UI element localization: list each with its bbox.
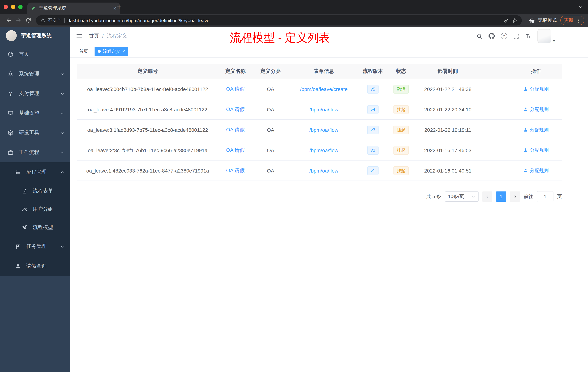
sidebar-item-infrastructure[interactable]: 基础设施 bbox=[0, 103, 70, 123]
sidebar-item-label: 首页 bbox=[19, 51, 29, 57]
definition-name-link[interactable]: OA 请假 bbox=[226, 147, 245, 153]
breadcrumb-separator: / bbox=[102, 33, 104, 39]
fullscreen-icon[interactable] bbox=[513, 33, 519, 39]
close-window-button[interactable] bbox=[4, 5, 8, 9]
briefcase-icon bbox=[7, 150, 14, 155]
cell-category: OA bbox=[253, 147, 288, 153]
yen-icon: ¥ bbox=[7, 91, 14, 96]
sidebar-item-task-management[interactable]: 任务管理 bbox=[0, 237, 70, 256]
col-process-version: 流程版本 bbox=[359, 68, 387, 75]
monitor-icon bbox=[7, 110, 14, 116]
password-key-icon[interactable] bbox=[504, 18, 509, 23]
form-link[interactable]: /bpm/oa/leave/create bbox=[300, 86, 348, 92]
tag-home[interactable]: 首页 bbox=[76, 47, 91, 56]
tags-view: 首页 流程定义 × bbox=[70, 45, 588, 58]
col-deploy-time: 部署时间 bbox=[416, 68, 480, 75]
form-link[interactable]: /bpm/oa/flow bbox=[309, 147, 338, 153]
user-avatar[interactable]: ▾ bbox=[537, 29, 555, 43]
goto-label: 前往 bbox=[524, 193, 533, 200]
annotation-text: 流程模型 - 定义列表 bbox=[230, 30, 330, 45]
browser-toolbar: 不安全 dashboard.yudao.iocoder.cn/bpm/manag… bbox=[0, 14, 588, 27]
sidebar-item-leave-query[interactable]: 请假查询 bbox=[0, 256, 70, 276]
search-icon[interactable] bbox=[476, 33, 483, 39]
update-button[interactable]: 更新 ⋮ bbox=[560, 16, 584, 25]
new-tab-button[interactable]: + bbox=[117, 3, 121, 11]
sidebar-item-workflow[interactable]: 工作流程 bbox=[0, 143, 70, 162]
sidebar-item-process-form[interactable]: 流程表单 bbox=[0, 182, 70, 200]
toolbox-icon bbox=[7, 130, 14, 136]
sidebar-item-system[interactable]: 系统管理 bbox=[0, 64, 70, 84]
tab-search-chevron-icon[interactable] bbox=[578, 5, 583, 9]
assign-rule-link[interactable]: 分配规则 bbox=[523, 167, 549, 174]
assign-rule-link[interactable]: 分配规则 bbox=[523, 106, 549, 113]
assign-rule-link[interactable]: 分配规则 bbox=[523, 147, 549, 153]
sidebar-item-label: 研发工具 bbox=[19, 130, 39, 136]
menu-kebab-icon[interactable]: ⋮ bbox=[576, 18, 581, 23]
cell-definition-id: oa_leave:3:1fad3d93-7b75-11ec-a3c8-acde4… bbox=[77, 127, 218, 133]
back-icon[interactable] bbox=[4, 15, 13, 25]
tab-close-icon[interactable]: × bbox=[113, 5, 116, 11]
page-size-select[interactable]: 10条/页 bbox=[445, 191, 479, 202]
definition-name-link[interactable]: OA 请假 bbox=[226, 86, 245, 92]
definition-name-link[interactable]: OA 请假 bbox=[226, 167, 245, 173]
sidebar-item-process-management[interactable]: 流程管理 bbox=[0, 162, 70, 182]
favicon-leaf-icon bbox=[31, 6, 36, 11]
sidebar-item-payment[interactable]: ¥ 支付管理 bbox=[0, 84, 70, 103]
definition-name-link[interactable]: OA 请假 bbox=[226, 127, 245, 132]
sidebar-item-process-model[interactable]: 流程模型 bbox=[0, 219, 70, 237]
assign-rule-link[interactable]: 分配规则 bbox=[523, 127, 549, 133]
definition-name-link[interactable]: OA 请假 bbox=[226, 106, 245, 112]
next-page-button[interactable] bbox=[510, 191, 520, 202]
sidebar-item-label: 任务管理 bbox=[26, 243, 47, 250]
font-size-icon[interactable] bbox=[525, 33, 532, 39]
form-link[interactable]: /bpm/oa/flow bbox=[309, 107, 338, 112]
minimize-window-button[interactable] bbox=[11, 5, 15, 9]
sidebar-toggle-icon[interactable] bbox=[76, 33, 83, 40]
chevron-up-icon bbox=[60, 151, 64, 154]
status-tag: 挂起 bbox=[393, 125, 409, 134]
forward-icon[interactable] bbox=[13, 15, 23, 25]
sidebar-item-devtools[interactable]: 研发工具 bbox=[0, 123, 70, 143]
titlebar: 芋道管理系统 × + bbox=[0, 0, 588, 14]
tag-close-icon[interactable]: × bbox=[123, 49, 125, 54]
cell-category: OA bbox=[253, 127, 288, 133]
breadcrumb-current: 流程定义 bbox=[107, 33, 127, 39]
workflow-submenu: 流程管理 流程表单 用户分组 bbox=[0, 162, 70, 276]
form-link[interactable]: /bpm/oa/flow bbox=[309, 168, 338, 174]
app-title: 芋道管理系统 bbox=[21, 33, 52, 39]
sidebar-item-label: 支付管理 bbox=[19, 90, 39, 97]
tab-title: 芋道管理系统 bbox=[39, 5, 110, 11]
maximize-window-button[interactable] bbox=[18, 5, 22, 9]
sidebar-item-label: 流程模型 bbox=[33, 224, 53, 231]
table-row: oa_leave:4:991f2193-7b7f-11ec-a3c8-acde4… bbox=[77, 99, 562, 120]
chevron-down-icon bbox=[60, 244, 64, 248]
tag-process-definition[interactable]: 流程定义 × bbox=[94, 47, 128, 56]
sidebar-item-home[interactable]: 首页 bbox=[0, 44, 70, 64]
sidebar-menu: 首页 系统管理 ¥ 支付管理 bbox=[0, 44, 70, 276]
github-icon[interactable] bbox=[488, 33, 495, 39]
col-definition-name: 定义名称 bbox=[218, 68, 253, 75]
address-bar[interactable]: 不安全 dashboard.yudao.iocoder.cn/bpm/manag… bbox=[36, 15, 522, 25]
version-tag: v5 bbox=[367, 85, 378, 93]
incognito-spy-icon bbox=[528, 17, 535, 24]
col-definition-category: 定义分类 bbox=[253, 68, 288, 75]
bookmark-star-icon[interactable] bbox=[512, 18, 517, 23]
page-number-button[interactable]: 1 bbox=[496, 191, 506, 202]
cell-deploy-time: 2022-01-16 17:46:53 bbox=[416, 147, 480, 153]
goto-page-input[interactable] bbox=[537, 191, 554, 202]
table-row: oa_leave:3:1fad3d93-7b75-11ec-a3c8-acde4… bbox=[77, 120, 562, 140]
browser-tab[interactable]: 芋道管理系统 × bbox=[27, 2, 120, 14]
cell-definition-id: oa_leave:2:3c1f0ef1-76b1-11ec-9c66-a2380… bbox=[77, 147, 218, 153]
prev-page-button[interactable] bbox=[482, 191, 492, 202]
app-logo[interactable]: 芋道管理系统 bbox=[0, 27, 70, 44]
form-link[interactable]: /bpm/oa/flow bbox=[309, 127, 338, 133]
version-tag: v2 bbox=[367, 146, 378, 154]
sidebar-item-user-group[interactable]: 用户分组 bbox=[0, 200, 70, 219]
security-chip[interactable]: 不安全 bbox=[40, 17, 61, 23]
assign-rule-link[interactable]: 分配规则 bbox=[523, 86, 549, 92]
cell-category: OA bbox=[253, 86, 288, 92]
reload-icon[interactable] bbox=[23, 15, 33, 25]
breadcrumb-home[interactable]: 首页 bbox=[89, 33, 99, 39]
cell-deploy-time: 2022-01-22 19:19:11 bbox=[416, 127, 480, 133]
help-icon[interactable]: ? bbox=[501, 33, 507, 39]
